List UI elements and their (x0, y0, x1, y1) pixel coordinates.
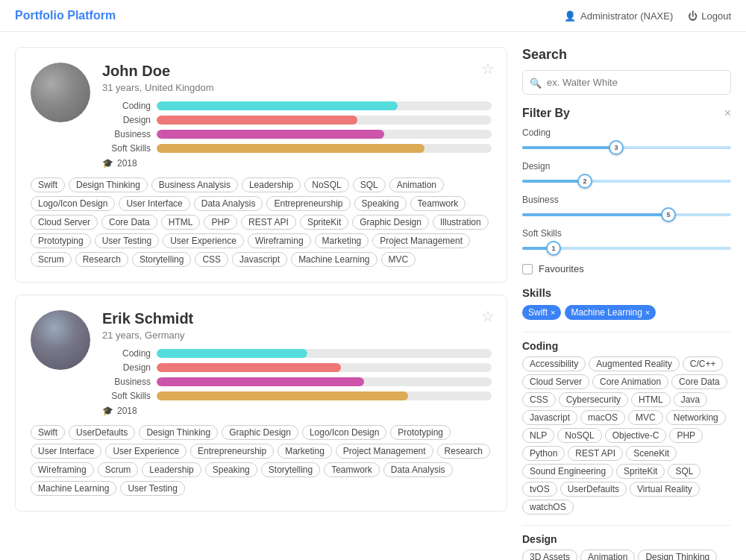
tag-mvc[interactable]: MVC (381, 252, 416, 267)
coding-tag-core-data[interactable]: Core Data (671, 374, 727, 389)
coding-tag-objective-c[interactable]: Objective-C (605, 428, 667, 443)
tag-speaking[interactable]: Speaking (205, 462, 257, 477)
tag-user-interface[interactable]: User Interface (119, 196, 189, 211)
logout-button[interactable]: ⏻ Logout (688, 10, 731, 22)
tag-research[interactable]: Research (75, 252, 128, 267)
active-tag-remove[interactable]: × (645, 308, 650, 317)
slider-wrap[interactable]: 3 (522, 140, 731, 155)
tag-swift[interactable]: Swift (31, 177, 65, 192)
tag-teamwork[interactable]: Teamwork (410, 196, 466, 211)
design-tag-design-thinking[interactable]: Design Thinking (638, 550, 717, 560)
tag-spritekit[interactable]: SpriteKit (300, 215, 348, 230)
tag-sql[interactable]: SQL (353, 177, 386, 192)
slider-thumb[interactable]: 1 (546, 241, 561, 256)
tag-marketing[interactable]: Marketing (278, 444, 332, 459)
tag-javascript[interactable]: Javascript (232, 252, 287, 267)
coding-tag-sound-engineering[interactable]: Sound Engineering (522, 464, 613, 479)
slider-wrap[interactable]: 5 (522, 207, 731, 222)
coding-tag-cloud-server[interactable]: Cloud Server (522, 374, 589, 389)
tag-project-management[interactable]: Project Management (372, 233, 470, 248)
tag-cloud-server[interactable]: Cloud Server (31, 215, 98, 230)
coding-tag-html[interactable]: HTML (631, 392, 671, 407)
coding-tag-nosql[interactable]: NoSQL (557, 428, 601, 443)
coding-tag-java[interactable]: Java (674, 392, 707, 407)
coding-tag-c-c--[interactable]: C/C++ (683, 356, 724, 371)
tag-wireframing[interactable]: Wireframing (31, 462, 94, 477)
coding-tag-rest-api[interactable]: REST API (568, 446, 623, 461)
tag-user-testing[interactable]: User Testing (95, 233, 159, 248)
tag-teamwork[interactable]: Teamwork (324, 462, 380, 477)
tag-project-management[interactable]: Project Management (336, 444, 433, 459)
tag-illustration[interactable]: Illustration (433, 215, 489, 230)
tag-user-experience[interactable]: User Experience (105, 444, 186, 459)
filter-clear-button[interactable]: × (724, 107, 731, 120)
coding-tag-watchos[interactable]: watchOS (522, 500, 574, 515)
tag-logo-icon-design[interactable]: Logo/Icon Design (31, 196, 115, 211)
coding-tag-userdefaults[interactable]: UserDefaults (560, 482, 627, 497)
tag-swift[interactable]: Swift (31, 425, 65, 440)
tag-user-interface[interactable]: User Interface (31, 444, 101, 459)
tag-leadership[interactable]: Leadership (242, 177, 301, 192)
coding-tag-css[interactable]: CSS (522, 392, 556, 407)
favourite-button-erik[interactable]: ☆ (481, 307, 495, 325)
coding-tag-mvc[interactable]: MVC (628, 410, 663, 425)
tag-prototyping[interactable]: Prototyping (31, 233, 91, 248)
tag-research[interactable]: Research (437, 444, 490, 459)
coding-tag-tvos[interactable]: tvOS (522, 482, 557, 497)
coding-tag-javascript[interactable]: Javascript (522, 410, 577, 425)
favourite-button-john[interactable]: ☆ (481, 60, 495, 78)
tag-logo-icon-design[interactable]: Logo/Icon Design (302, 425, 386, 440)
tag-design-thinking[interactable]: Design Thinking (69, 177, 148, 192)
tag-machine-learning[interactable]: Machine Learning (291, 252, 377, 267)
tag-nosql[interactable]: NoSQL (304, 177, 348, 192)
active-tag-swift[interactable]: Swift× (522, 305, 561, 320)
active-tag-machine-learning[interactable]: Machine Learning× (565, 305, 656, 320)
slider-thumb[interactable]: 5 (661, 207, 676, 222)
tag-scrum[interactable]: Scrum (31, 252, 72, 267)
tag-business-analysis[interactable]: Business Analysis (151, 177, 238, 192)
coding-tag-macos[interactable]: macOS (580, 410, 625, 425)
tag-storytelling[interactable]: Storytelling (132, 252, 191, 267)
tag-user-testing[interactable]: User Testing (120, 481, 184, 496)
tag-prototyping[interactable]: Prototyping (390, 425, 451, 440)
tag-marketing[interactable]: Marketing (315, 233, 369, 248)
tag-graphic-design[interactable]: Graphic Design (222, 425, 298, 440)
tag-data-analysis[interactable]: Data Analysis (194, 196, 263, 211)
tag-core-data[interactable]: Core Data (101, 215, 157, 230)
tag-html[interactable]: HTML (161, 215, 201, 230)
tag-design-thinking[interactable]: Design Thinking (139, 425, 218, 440)
design-tag-3d-assets[interactable]: 3D Assets (522, 550, 577, 560)
tag-machine-learning[interactable]: Machine Learning (31, 481, 116, 496)
tag-scrum[interactable]: Scrum (98, 462, 139, 477)
coding-tag-networking[interactable]: Networking (666, 410, 726, 425)
tag-data-analysis[interactable]: Data Analysis (383, 462, 453, 477)
tag-wireframing[interactable]: Wireframing (248, 233, 311, 248)
coding-tag-python[interactable]: Python (522, 446, 565, 461)
coding-tag-php[interactable]: PHP (669, 428, 703, 443)
slider-wrap[interactable]: 1 (522, 241, 731, 256)
tag-animation[interactable]: Animation (389, 177, 444, 192)
coding-tag-core-animation[interactable]: Core Animation (592, 374, 668, 389)
tag-user-experience[interactable]: User Experience (163, 233, 244, 248)
tag-storytelling[interactable]: Storytelling (261, 462, 320, 477)
coding-tag-sql[interactable]: SQL (668, 464, 700, 479)
active-tag-remove[interactable]: × (551, 308, 555, 317)
tag-speaking[interactable]: Speaking (354, 196, 407, 211)
tag-php[interactable]: PHP (204, 215, 237, 230)
tag-leadership[interactable]: Leadership (142, 462, 201, 477)
coding-tag-scenekit[interactable]: SceneKit (626, 446, 677, 461)
coding-tag-nlp[interactable]: NLP (522, 428, 554, 443)
slider-thumb[interactable]: 3 (609, 140, 624, 155)
coding-tag-virtual-reality[interactable]: Virtual Reality (630, 482, 700, 497)
search-input[interactable] (522, 70, 731, 95)
favourites-checkbox[interactable] (522, 264, 533, 274)
coding-tag-spritekit[interactable]: SpriteKit (616, 464, 665, 479)
tag-css[interactable]: CSS (195, 252, 228, 267)
design-tag-animation[interactable]: Animation (580, 550, 635, 560)
coding-tag-augmented-reality[interactable]: Augmented Reality (589, 356, 679, 371)
slider-wrap[interactable]: 2 (522, 174, 731, 189)
tag-rest-api[interactable]: REST API (241, 215, 296, 230)
tag-entrepreneurship[interactable]: Entrepreneurship (190, 444, 274, 459)
tag-graphic-design[interactable]: Graphic Design (352, 215, 429, 230)
coding-tag-cybersecurity[interactable]: Cybersecurity (559, 392, 628, 407)
